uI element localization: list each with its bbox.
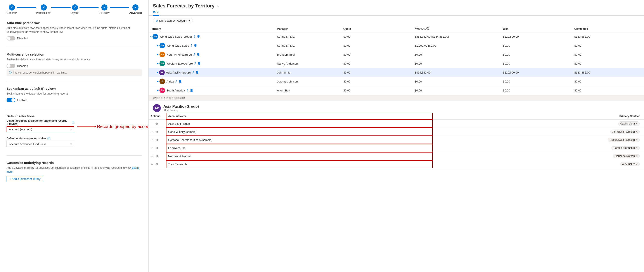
- account-name-cell-3: Fabrikam, Inc.: [166, 144, 433, 152]
- drill-down-button[interactable]: ⊛ Drill down by: Account ▾: [153, 18, 193, 23]
- step-general-circle: ✓: [9, 4, 15, 11]
- more-icon-2[interactable]: ⊕: [155, 138, 158, 142]
- step-advanced[interactable]: ✓ Advanced: [129, 4, 142, 15]
- step-general-label: General*: [6, 11, 17, 15]
- auto-hide-desc: Auto-hide duplicate rows that appear dir…: [6, 26, 142, 34]
- step-permissions[interactable]: ✓ Permissions*: [36, 4, 51, 15]
- territory-actions-5: ⤴ 👤: [176, 80, 182, 83]
- expand-arrow-5[interactable]: ▶: [157, 80, 158, 83]
- more-icon-4[interactable]: ⊕: [155, 154, 158, 158]
- group-label-info-icon[interactable]: ⓘ: [72, 120, 74, 124]
- add-javascript-label: + Add a javascript library: [10, 177, 40, 181]
- grid-tab[interactable]: Grid: [153, 9, 159, 16]
- user-icon-0[interactable]: 👤: [196, 35, 200, 38]
- won-cell-3: $0.00: [501, 59, 572, 68]
- th-primary-contact: Primary Contact: [433, 113, 644, 120]
- forecast-table-head: Territory Manager Quota Forecast ⓘ Won C…: [148, 26, 644, 32]
- multi-currency-toggle[interactable]: [6, 64, 15, 68]
- territory-name-3: Western Europe (gro: [166, 62, 193, 65]
- contact-tag-remove-4[interactable]: ✕: [636, 155, 638, 158]
- contact-tag-remove-1[interactable]: ✕: [636, 130, 638, 133]
- share-icon-0[interactable]: ⤴: [194, 35, 195, 38]
- share-icon-2[interactable]: ⤴: [194, 53, 195, 56]
- contact-tag-2: Robert Lyon (sample) ✕: [608, 138, 640, 142]
- expand-arrow-1[interactable]: ▶: [157, 44, 158, 47]
- expand-arrow-6[interactable]: ▶: [157, 89, 158, 92]
- underlying-row: ⤻ ⊕ Coho Winery (sample) Jim Glynn (samp…: [148, 128, 644, 136]
- kanban-toggle[interactable]: [6, 98, 15, 102]
- open-icon-3[interactable]: ⤻: [151, 146, 154, 150]
- territory-actions-3: ⤴ 👤: [194, 62, 201, 65]
- drill-btn-chevron: ▾: [188, 19, 190, 22]
- contact-tag-remove-5[interactable]: ✕: [636, 163, 638, 166]
- share-icon-4[interactable]: ⤴: [192, 71, 194, 74]
- forecast-cell-2: $0.00: [413, 50, 501, 59]
- expand-arrow-4[interactable]: ▾: [157, 71, 158, 74]
- view-dropdown-chevron: ▾: [70, 143, 72, 146]
- customize-section: Customize underlying records Add a JavaS…: [6, 161, 142, 187]
- contact-tag-remove-0[interactable]: ✕: [636, 122, 638, 125]
- contact-tag-remove-3[interactable]: ✕: [636, 147, 638, 150]
- forecast-row: ▶ WE Western Europe (gro ⤴ 👤 Nancy Ander…: [148, 59, 644, 68]
- th-quota: Quota: [342, 26, 413, 32]
- account-name-cell-0: Alpine Ski House: [166, 120, 433, 128]
- open-icon-1[interactable]: ⤻: [151, 130, 154, 133]
- committed-cell-6: $0.00: [572, 86, 644, 95]
- expand-arrow-2[interactable]: ▶: [157, 53, 158, 56]
- underlying-actions-0: ⤻ ⊕: [148, 120, 166, 128]
- step-layout-label: Layout*: [70, 11, 80, 15]
- view-label-info-icon[interactable]: ⓘ: [48, 137, 50, 140]
- group-dropdown[interactable]: Account (Account) ▾: [6, 126, 74, 132]
- user-icon-4[interactable]: 👤: [195, 71, 199, 74]
- kanban-toggle-row: Enabled: [6, 98, 142, 102]
- step-advanced-label: Advanced: [129, 11, 142, 15]
- underlying-header-row: Actions Account Name ↑ Primary Contact: [148, 113, 644, 120]
- primary-contact-cell-0: Cacilia Viera ✕: [433, 120, 644, 128]
- expand-arrow-0[interactable]: ▾: [150, 35, 152, 38]
- step-layout[interactable]: ✓ Layout*: [70, 4, 80, 15]
- contact-tag-remove-2[interactable]: ✕: [636, 139, 638, 141]
- open-icon-4[interactable]: ⤻: [151, 154, 154, 158]
- add-javascript-button[interactable]: + Add a javascript library: [6, 176, 43, 182]
- territory-name-4: Asia Pacific (group): [166, 71, 191, 74]
- territory-cell-6: ▶ SA South America ⤴ 👤: [148, 86, 275, 95]
- more-icon-3[interactable]: ⊕: [155, 146, 158, 150]
- user-icon-2[interactable]: 👤: [196, 53, 200, 56]
- forecast-chevron-icon[interactable]: ⌄: [216, 4, 219, 8]
- underlying-actions-1: ⤻ ⊕: [148, 128, 166, 136]
- share-icon-6[interactable]: ⤴: [187, 89, 188, 92]
- multi-currency-toggle-knob: [7, 64, 10, 68]
- forecast-row: ▶ SA South America ⤴ 👤 Alton Stott $0.00…: [148, 86, 644, 95]
- user-icon-6[interactable]: 👤: [190, 89, 193, 92]
- open-icon-5[interactable]: ⤻: [151, 162, 154, 166]
- view-dropdown[interactable]: Account Advanced Find View ▾: [6, 141, 74, 147]
- more-icon-1[interactable]: ⊕: [155, 130, 158, 133]
- account-name-sort[interactable]: Account Name ↑: [168, 115, 430, 118]
- step-general[interactable]: ✓ General*: [6, 4, 17, 15]
- step-advanced-circle: ✓: [132, 4, 138, 11]
- open-icon-0[interactable]: ⤻: [151, 122, 154, 125]
- open-icon-2[interactable]: ⤻: [151, 138, 154, 142]
- step-drilldown[interactable]: ✓ Drill down: [98, 4, 110, 15]
- kanban-toggle-knob: [11, 98, 15, 102]
- underlying-entity-row: AP Asia Pacific (Group) All accounts: [148, 101, 644, 113]
- user-icon-1[interactable]: 👤: [194, 44, 197, 47]
- more-icon-5[interactable]: ⊕: [155, 162, 158, 166]
- share-icon-1[interactable]: ⤴: [191, 44, 192, 47]
- share-icon-3[interactable]: ⤴: [194, 62, 196, 65]
- share-icon-5[interactable]: ⤴: [176, 80, 177, 83]
- won-cell-5: $0.00: [501, 77, 572, 86]
- user-icon-3[interactable]: 👤: [197, 62, 201, 65]
- underlying-actions-5: ⤻ ⊕: [148, 160, 166, 168]
- step-drilldown-circle: ✓: [101, 4, 108, 11]
- user-icon-5[interactable]: 👤: [178, 80, 182, 83]
- expand-arrow-3[interactable]: ▶: [157, 62, 158, 65]
- info-icon: ⓘ: [9, 71, 12, 75]
- more-icon-0[interactable]: ⊕: [155, 122, 158, 125]
- group-dropdown-chevron: ▾: [70, 127, 72, 131]
- forecast-cell-1: $1,000.00 ($0.00): [413, 41, 501, 50]
- territory-cell-3: ▶ WE Western Europe (gro ⤴ 👤: [148, 59, 275, 68]
- th-won: Won: [501, 26, 572, 32]
- auto-hide-toggle[interactable]: [6, 36, 15, 41]
- forecast-row: ▶ NA North America (grou ⤴ 👤 Brenden Thi…: [148, 50, 644, 59]
